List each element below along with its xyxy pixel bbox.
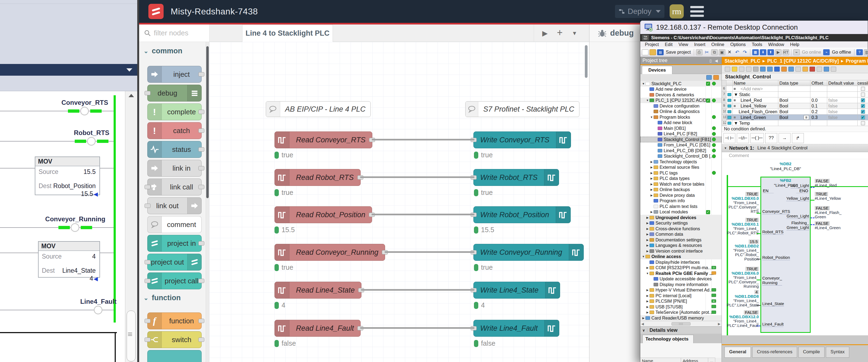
input-port[interactable] xyxy=(145,279,151,283)
expand-icon[interactable]: ▶ xyxy=(645,227,650,230)
editor-tool-icon[interactable] xyxy=(760,67,766,72)
tree-item[interactable]: ▶PLC data types xyxy=(640,176,721,182)
tree-item[interactable]: ▶PLC tags xyxy=(640,170,721,176)
tree-item[interactable]: ▶Documentation settings xyxy=(640,237,721,243)
checkbox-checked[interactable]: ✓ xyxy=(861,110,865,114)
tree-item[interactable]: Main [OB1] xyxy=(640,126,721,131)
tree-item[interactable]: ▶Online backups xyxy=(640,187,721,193)
collapsed-panel-bar[interactable] xyxy=(0,64,137,76)
tree-item[interactable]: ▶Card Reader/USB memory xyxy=(640,315,721,321)
tree-item[interactable]: PLC alarm text lists xyxy=(640,203,721,209)
inspector-tab-compile[interactable]: Compile xyxy=(799,347,825,358)
output-port[interactable] xyxy=(198,129,204,133)
cell-name[interactable]: Line4_Red xyxy=(733,98,778,103)
palette-scrollbar[interactable] xyxy=(206,42,209,362)
deploy-button[interactable]: Deploy xyxy=(615,5,664,18)
normally-closed-contact-button[interactable]: ⊣/⊢ xyxy=(737,133,749,143)
tree-item[interactable]: ▶Watch and force tables xyxy=(640,181,721,187)
flow-tab[interactable]: Line 4 to Stacklight PLC xyxy=(242,25,333,42)
canvas-scroll-thumb[interactable] xyxy=(585,45,588,78)
tree-item[interactable]: Line4_PLC [FB2] xyxy=(640,131,721,137)
deploy-caret-icon[interactable] xyxy=(656,10,661,13)
expand-icon[interactable]: ▶ xyxy=(645,305,650,308)
editor-tool-icon[interactable] xyxy=(796,67,801,72)
normally-open-contact-button[interactable]: ⊣ ⊢ xyxy=(723,133,735,143)
checkbox-checked[interactable]: ✓ xyxy=(861,115,865,119)
contact-icon[interactable] xyxy=(71,223,80,232)
tree-item[interactable]: ▶Security settings xyxy=(640,220,721,226)
cell-datatype[interactable] xyxy=(778,86,810,92)
output-port[interactable] xyxy=(198,166,204,170)
menu-options[interactable]: Options xyxy=(727,42,749,47)
palette-scroll-thumb[interactable] xyxy=(206,46,209,198)
rt-icon[interactable]: RT xyxy=(783,49,789,55)
upload-icon[interactable]: ⬆ xyxy=(768,49,774,55)
focus-flow-button[interactable]: ▶ xyxy=(542,29,548,37)
tree-item[interactable]: ▶PC internal [Local] xyxy=(640,293,721,299)
tree-item[interactable]: Add new device xyxy=(640,87,721,92)
network-collapse-icon[interactable]: ▼ xyxy=(724,146,727,150)
cut-icon[interactable]: ✂ xyxy=(704,49,710,55)
tree-item[interactable]: ▶Cross-device functions xyxy=(640,226,721,232)
cell-accessible[interactable]: ✓ xyxy=(858,98,868,103)
expand-icon[interactable]: ▶ xyxy=(645,250,650,253)
palette-node-inject[interactable]: inject xyxy=(147,66,202,83)
ladder-scrollbar[interactable] xyxy=(125,91,137,362)
cell-accessible[interactable] xyxy=(858,86,868,92)
editor-tool-icon[interactable] xyxy=(739,67,744,72)
tree-item[interactable]: ▶COM [RS232/PPI multi-master c...? xyxy=(640,265,721,271)
close-branch-button[interactable]: ↱ xyxy=(792,133,804,143)
palette-node-catch[interactable]: !catch xyxy=(147,122,202,139)
editor-tool-icon[interactable] xyxy=(817,67,822,72)
input-port[interactable] xyxy=(145,319,151,323)
open-project-icon[interactable] xyxy=(650,49,656,55)
save-project-icon[interactable]: ▤ xyxy=(657,49,664,55)
hscroll-thumb[interactable] xyxy=(672,322,690,326)
editor-tool-icon[interactable] xyxy=(746,67,751,72)
expand-icon[interactable]: ▶ xyxy=(645,244,650,247)
chevron-down-icon[interactable]: ⌄ xyxy=(144,48,148,55)
panel-pin-icons[interactable]: ▯ ◀ xyxy=(710,58,719,63)
expand-icon[interactable]: ▶ xyxy=(650,211,654,214)
write-node[interactable]: Write Line4_State xyxy=(473,282,560,299)
details-view-header[interactable]: ∨ Details view xyxy=(640,326,721,334)
tree-item[interactable]: ▶Hyper-V Virtual Ethernet Adapter xyxy=(640,287,721,293)
tree-item[interactable]: Stacklight_Control_DB [... xyxy=(640,154,721,159)
table-row[interactable]: 6<Add new> xyxy=(722,86,868,92)
scroll-up-icon[interactable] xyxy=(128,94,134,97)
cell-datatype[interactable]: Bool xyxy=(778,109,810,115)
collapse-icon[interactable]: ▼ xyxy=(641,82,645,85)
tree-item[interactable]: Stacklight_Control [FB1] xyxy=(640,137,721,142)
mov-block[interactable]: MOVSource4DestLine4_State4◀ xyxy=(38,241,100,278)
write-node[interactable]: Write Conveyor_RTS xyxy=(473,132,571,148)
input-port[interactable] xyxy=(145,91,151,95)
menu-view[interactable]: View xyxy=(676,42,691,47)
breadcrumb-segment[interactable]: PLC_1 [CPU 1212C AC/DC/Rly] xyxy=(767,58,839,64)
tree-item[interactable]: ▶Technology objects xyxy=(640,159,721,165)
output-port[interactable] xyxy=(198,337,204,342)
collapse-icon[interactable]: ▼ xyxy=(645,99,650,102)
menu-tools[interactable]: Tools xyxy=(749,42,765,47)
cell-name[interactable]: ▼Static xyxy=(733,92,778,98)
comment-node[interactable]: S7 Profinet - Stacklight PLC xyxy=(465,101,579,117)
write-node[interactable]: Write Robot_Position xyxy=(473,206,571,223)
scroll-left-icon[interactable]: ◀ xyxy=(641,322,644,326)
cell-name[interactable]: Line4_Green xyxy=(733,115,778,120)
expand-icon[interactable]: ▶ xyxy=(645,233,650,236)
debug-tab-label[interactable]: debug xyxy=(610,29,634,37)
expand-icon[interactable]: ▶ xyxy=(645,239,650,242)
cell-name[interactable]: ▼Temp xyxy=(733,120,778,126)
editor-tool-icon[interactable] xyxy=(781,67,787,72)
table-row[interactable]: 12▼Temp xyxy=(722,120,868,126)
group-collapse-icon[interactable]: ▼ xyxy=(734,120,738,126)
cell-accessible[interactable]: ✓ xyxy=(858,109,868,115)
contact-icon[interactable] xyxy=(80,107,89,115)
output-port[interactable] xyxy=(198,185,204,189)
palette-node-function[interactable]: ffunction xyxy=(147,312,202,329)
contact-tag-label[interactable]: Conveyor_RTS xyxy=(61,99,108,106)
checkbox-unchecked[interactable] xyxy=(861,92,865,96)
paste-icon[interactable]: ▣ xyxy=(719,49,725,55)
tab-devices[interactable]: Devices xyxy=(642,66,672,74)
scroll-right-icon[interactable]: ▶ xyxy=(718,322,720,326)
read-node[interactable]: Read Robot_RTS xyxy=(275,169,361,186)
